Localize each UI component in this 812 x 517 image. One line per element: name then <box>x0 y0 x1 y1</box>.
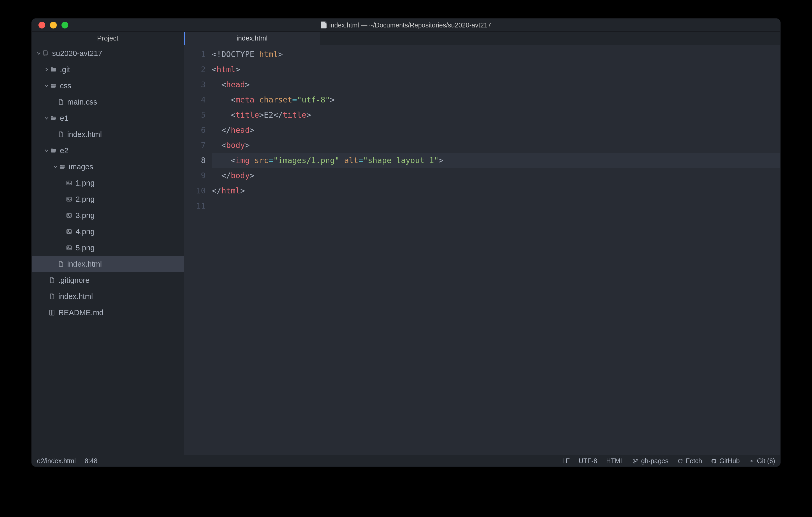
status-git-label: Git (6) <box>757 457 775 465</box>
zoom-button[interactable] <box>61 22 68 29</box>
code-line[interactable]: <!DOCTYPE html> <box>212 47 780 62</box>
chevron-down-icon <box>44 148 50 153</box>
code-line[interactable]: <html> <box>212 62 780 77</box>
tree-folder-e2[interactable]: e2 <box>32 143 184 159</box>
status-fetch-label: Fetch <box>686 457 702 465</box>
book-icon <box>48 309 56 316</box>
svg-rect-6 <box>67 230 71 234</box>
git-branch-icon <box>633 458 639 464</box>
line-number: 5 <box>184 108 206 123</box>
status-fetch[interactable]: Fetch <box>677 457 702 465</box>
chevron-right-icon <box>44 67 50 72</box>
traffic-lights <box>32 22 68 29</box>
status-eol[interactable]: LF <box>562 457 570 465</box>
code-lines[interactable]: <!DOCTYPE html> <html> <head> <meta char… <box>210 45 780 455</box>
tree-label: 4.png <box>76 228 95 236</box>
image-icon <box>65 212 73 219</box>
sidebar-tabs: Project <box>32 32 184 45</box>
tree-file-img4[interactable]: 4.png <box>32 223 184 240</box>
code-line[interactable]: <head> <box>212 77 780 92</box>
minimize-button[interactable] <box>50 22 57 29</box>
code-line[interactable]: </body> <box>212 168 780 183</box>
chevron-down-icon <box>36 51 41 56</box>
chevron-down-icon <box>44 116 50 121</box>
line-number: 3 <box>184 77 206 92</box>
sidebar: Project su2020-avt217 .git css <box>32 32 184 455</box>
window-title-text: index.html — ~/Documents/Repositories/su… <box>329 21 491 29</box>
file-icon <box>57 261 65 267</box>
code-line[interactable]: <title>E2</title> <box>212 108 780 123</box>
chevron-down-icon <box>44 83 50 88</box>
tree-file-readme[interactable]: README.md <box>32 304 184 321</box>
window-title: index.html — ~/Documents/Repositories/su… <box>321 21 491 29</box>
title-bar: index.html — ~/Documents/Repositories/su… <box>32 19 780 32</box>
status-github[interactable]: GitHub <box>711 457 740 465</box>
tree-folder-e1[interactable]: e1 <box>32 110 184 126</box>
code-line[interactable] <box>212 199 780 214</box>
status-bar: e2/index.html 8:48 LF UTF-8 HTML gh-page… <box>32 455 780 466</box>
svg-rect-4 <box>67 213 71 217</box>
image-icon <box>65 228 73 235</box>
tree-label: index.html <box>67 131 102 138</box>
tree-label: e1 <box>60 115 68 122</box>
tree-file-root-index[interactable]: index.html <box>32 288 184 304</box>
code-line[interactable]: </html> <box>212 183 780 199</box>
svg-point-11 <box>634 462 635 463</box>
close-button[interactable] <box>38 22 45 29</box>
gutter: 1 2 3 4 5 6 7 8 9 10 11 <box>184 45 210 455</box>
status-path[interactable]: e2/index.html <box>37 457 76 465</box>
file-icon <box>57 131 65 138</box>
tree-file-img1[interactable]: 1.png <box>32 175 184 191</box>
svg-point-10 <box>634 459 635 460</box>
tree-folder-images[interactable]: images <box>32 159 184 175</box>
code-line[interactable]: <meta charset="utf-8"> <box>212 92 780 108</box>
tab-bar: index.html <box>184 32 780 45</box>
tree-label: 2.png <box>76 195 95 203</box>
tree-file-e2-index[interactable]: index.html <box>32 256 184 272</box>
status-grammar[interactable]: HTML <box>606 457 624 465</box>
status-git[interactable]: Git (6) <box>749 457 775 465</box>
tree-folder-css[interactable]: css <box>32 78 184 94</box>
tree-label: 3.png <box>76 212 95 219</box>
image-icon <box>65 180 73 186</box>
status-encoding[interactable]: UTF-8 <box>579 457 597 465</box>
svg-point-12 <box>636 459 638 460</box>
tree-file-gitignore[interactable]: .gitignore <box>32 272 184 288</box>
code-line[interactable]: </head> <box>212 123 780 138</box>
tree-file-img5[interactable]: 5.png <box>32 240 184 256</box>
file-tree[interactable]: su2020-avt217 .git css main.css <box>32 45 184 455</box>
tab-project[interactable]: Project <box>97 34 118 42</box>
tree-root[interactable]: su2020-avt217 <box>32 45 184 61</box>
line-number: 8 <box>184 153 206 168</box>
file-icon <box>57 98 65 105</box>
image-icon <box>65 196 73 203</box>
tree-file-main-css[interactable]: main.css <box>32 94 184 110</box>
tree-folder-git[interactable]: .git <box>32 61 184 78</box>
tree-file-img2[interactable]: 2.png <box>32 191 184 207</box>
status-cursor[interactable]: 8:48 <box>85 457 97 465</box>
tree-label: .gitignore <box>58 277 89 284</box>
tree-file-img3[interactable]: 3.png <box>32 207 184 223</box>
code-line[interactable]: <body> <box>212 138 780 153</box>
tree-label: e2 <box>60 147 68 154</box>
file-icon <box>321 22 326 29</box>
code-editor[interactable]: 1 2 3 4 5 6 7 8 9 10 11 <!DOCTYPE html> … <box>184 45 780 455</box>
line-number: 6 <box>184 123 206 138</box>
folder-open-icon <box>50 82 57 89</box>
line-number: 9 <box>184 168 206 183</box>
tab-index-html[interactable]: index.html <box>184 32 320 45</box>
status-branch[interactable]: gh-pages <box>633 457 668 465</box>
line-number: 7 <box>184 138 206 153</box>
sync-icon <box>677 458 683 464</box>
folder-open-icon <box>50 115 57 122</box>
tree-label: css <box>60 82 71 90</box>
tree-label: images <box>69 163 93 171</box>
tree-file-e1-index[interactable]: index.html <box>32 126 184 143</box>
line-number: 11 <box>184 199 206 214</box>
image-icon <box>65 244 73 251</box>
code-line-current[interactable]: <img src="images/1.png" alt="shape layou… <box>212 153 780 168</box>
tree-label: 5.png <box>76 244 95 252</box>
file-icon <box>48 293 56 300</box>
tree-label: README.md <box>58 309 103 316</box>
tree-label: index.html <box>58 293 93 300</box>
